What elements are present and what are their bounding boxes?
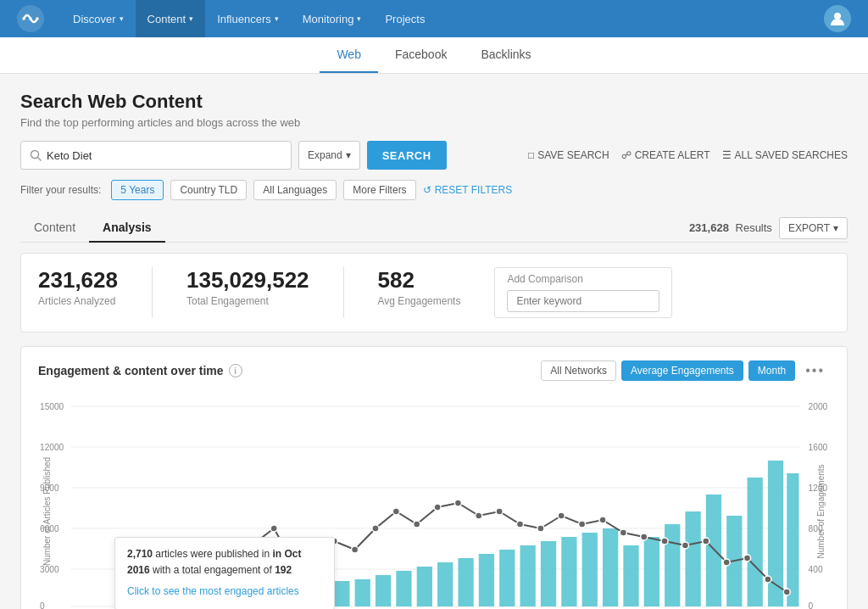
- bell-icon: ☍: [621, 149, 632, 161]
- chart-controls: All Networks Average Engagements Month •…: [541, 360, 830, 381]
- svg-point-71: [661, 538, 668, 545]
- stat-divider: [152, 267, 153, 318]
- content-tabs-row: Content Analysis 231,628 Results EXPORT …: [20, 214, 848, 243]
- chevron-down-icon: ▾: [189, 14, 193, 23]
- svg-rect-30: [396, 571, 411, 606]
- svg-rect-32: [437, 562, 453, 606]
- svg-point-67: [579, 521, 586, 528]
- tab-facebook[interactable]: Facebook: [378, 37, 464, 73]
- svg-point-59: [414, 521, 420, 528]
- chart-header: Engagement & content over time i All Net…: [38, 360, 830, 381]
- svg-rect-40: [603, 528, 618, 606]
- svg-point-76: [765, 576, 771, 583]
- tab-backlinks[interactable]: Backlinks: [464, 37, 548, 73]
- chevron-down-icon: ▾: [275, 14, 279, 23]
- main-content: Search Web Content Find the top performi…: [0, 74, 868, 609]
- svg-point-74: [723, 559, 730, 566]
- filter-country-tld[interactable]: Country TLD: [170, 180, 247, 200]
- tab-web[interactable]: Web: [320, 37, 378, 73]
- avatar[interactable]: [824, 5, 851, 32]
- export-button[interactable]: EXPORT ▾: [779, 217, 848, 239]
- tab-content[interactable]: Content: [20, 214, 89, 243]
- nav-projects[interactable]: Projects: [373, 0, 437, 37]
- search-button[interactable]: SEARCH: [367, 141, 447, 170]
- svg-rect-35: [499, 550, 515, 606]
- info-icon[interactable]: i: [229, 364, 242, 377]
- stat-avg-engagements: 582 Avg Engagements: [378, 267, 461, 307]
- svg-point-2: [29, 17, 32, 20]
- nav-content[interactable]: Content ▾: [136, 0, 206, 37]
- svg-text:2000: 2000: [809, 402, 828, 411]
- filter-more-filters[interactable]: More Filters: [343, 180, 415, 200]
- svg-point-58: [392, 508, 399, 515]
- svg-point-65: [537, 525, 544, 532]
- results-count: 231,628 Results: [689, 221, 772, 234]
- save-search-button[interactable]: □ SAVE SEARCH: [528, 149, 609, 161]
- svg-point-57: [372, 525, 379, 532]
- stat-divider-2: [343, 267, 344, 318]
- svg-point-77: [783, 589, 790, 595]
- search-input-wrap: [20, 141, 292, 170]
- svg-rect-45: [706, 494, 721, 606]
- svg-line-6: [38, 158, 42, 161]
- svg-point-66: [558, 512, 565, 519]
- tooltip-link[interactable]: Click to see the most engaged articles: [127, 585, 299, 597]
- svg-rect-44: [685, 511, 700, 606]
- svg-rect-47: [748, 478, 763, 606]
- svg-point-70: [641, 534, 648, 540]
- comparison-box: Add Comparison: [494, 267, 672, 318]
- svg-text:12000: 12000: [40, 443, 64, 452]
- nav-links: Discover ▾ Content ▾ Influencers ▾ Monit…: [61, 0, 824, 37]
- more-options-button[interactable]: •••: [800, 361, 830, 380]
- svg-text:Number of Articles Published: Number of Articles Published: [42, 457, 52, 566]
- reset-filters-button[interactable]: ↺ RESET FILTERS: [423, 184, 513, 196]
- search-bar: Expand ▾ SEARCH □ SAVE SEARCH ☍ CREATE A…: [20, 141, 848, 170]
- svg-text:0: 0: [40, 601, 45, 609]
- svg-point-68: [599, 517, 606, 523]
- filter-all-languages[interactable]: All Languages: [253, 180, 337, 200]
- filter-label: Filter your results:: [20, 184, 101, 196]
- svg-rect-42: [644, 537, 659, 606]
- search-actions: □ SAVE SEARCH ☍ CREATE ALERT ☰ ALL SAVED…: [528, 149, 848, 161]
- stat-articles-analyzed: 231,628 Articles Analyzed: [38, 267, 118, 307]
- svg-rect-31: [417, 567, 432, 606]
- svg-text:0: 0: [809, 601, 814, 609]
- top-nav: Discover ▾ Content ▾ Influencers ▾ Monit…: [0, 0, 868, 37]
- filter-5years[interactable]: 5 Years: [111, 180, 164, 200]
- chart-tooltip: 2,710 articles were published in in Oct …: [114, 537, 335, 609]
- comparison-input[interactable]: [507, 290, 659, 312]
- svg-text:15000: 15000: [40, 402, 64, 411]
- svg-text:Number of Engagements: Number of Engagements: [816, 464, 826, 558]
- svg-rect-29: [376, 575, 391, 606]
- svg-point-4: [834, 13, 841, 20]
- sub-nav: Web Facebook Backlinks: [0, 37, 868, 74]
- search-icon: [30, 149, 42, 161]
- stats-card: 231,628 Articles Analyzed 135,029,522 To…: [20, 253, 848, 332]
- avg-engagements-button[interactable]: Average Engagements: [621, 360, 743, 381]
- expand-button[interactable]: Expand ▾: [298, 141, 360, 170]
- month-button[interactable]: Month: [748, 360, 795, 381]
- nav-discover[interactable]: Discover ▾: [61, 0, 136, 37]
- svg-point-3: [36, 17, 39, 20]
- svg-point-72: [682, 542, 688, 549]
- svg-point-1: [22, 17, 25, 20]
- chart-card: Engagement & content over time i All Net…: [20, 346, 848, 609]
- tab-analysis[interactable]: Analysis: [89, 214, 165, 243]
- svg-rect-43: [665, 524, 680, 606]
- search-input[interactable]: [47, 149, 282, 162]
- chevron-down-icon: ▾: [120, 14, 124, 23]
- svg-point-60: [434, 504, 441, 511]
- svg-point-61: [454, 500, 461, 506]
- svg-rect-36: [520, 545, 536, 606]
- logo[interactable]: [17, 5, 44, 32]
- create-alert-button[interactable]: ☍ CREATE ALERT: [621, 149, 710, 161]
- nav-influencers[interactable]: Influencers ▾: [205, 0, 291, 37]
- all-networks-button[interactable]: All Networks: [541, 360, 616, 381]
- chevron-down-icon: ▾: [346, 149, 351, 161]
- chevron-down-icon: ▾: [833, 222, 838, 234]
- list-icon: ☰: [722, 149, 732, 161]
- nav-monitoring[interactable]: Monitoring ▾: [291, 0, 374, 37]
- filter-row: Filter your results: 5 Years Country TLD…: [20, 180, 848, 200]
- svg-point-73: [703, 538, 709, 545]
- all-saved-searches-button[interactable]: ☰ ALL SAVED SEARCHES: [722, 149, 848, 161]
